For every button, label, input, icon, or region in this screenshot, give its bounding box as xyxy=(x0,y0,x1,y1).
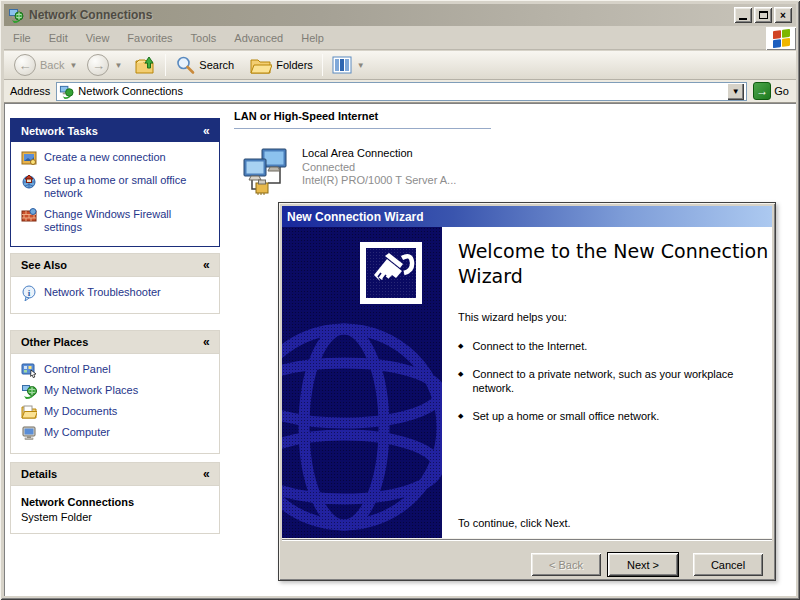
section-title: LAN or High-Speed Internet xyxy=(234,110,796,126)
task-label: Create a new connection xyxy=(44,150,166,166)
connection-name: Local Area Connection xyxy=(302,147,456,159)
task-create-connection[interactable]: Create a new connection xyxy=(21,150,211,166)
up-folder-icon xyxy=(134,54,156,76)
toolbar-separator xyxy=(322,54,323,76)
collapse-chevron-icon[interactable]: « xyxy=(203,335,209,349)
maximize-button[interactable] xyxy=(754,7,772,23)
link-my-computer[interactable]: My Computer xyxy=(21,425,211,441)
forward-button[interactable]: → ▼ xyxy=(83,52,126,78)
bullet-text: Connect to a private network, such as yo… xyxy=(472,367,758,395)
new-connection-wizard-dialog: New Connection Wizard xyxy=(278,202,776,581)
network-tasks-header[interactable]: Network Tasks « xyxy=(11,119,219,142)
minimize-button[interactable] xyxy=(734,7,752,23)
go-arrow-icon: → xyxy=(753,82,771,100)
link-label: Network Troubleshooter xyxy=(44,285,161,301)
menu-file[interactable]: File xyxy=(4,29,40,47)
see-also-title: See Also xyxy=(21,259,67,271)
other-places-panel: Other Places « Control Panel xyxy=(10,330,220,454)
network-tasks-title: Network Tasks xyxy=(21,125,98,137)
task-setup-home-network[interactable]: Set up a home or small office network xyxy=(21,173,211,200)
my-computer-icon xyxy=(21,425,37,441)
home-network-icon xyxy=(21,173,37,189)
menu-edit[interactable]: Edit xyxy=(40,29,77,47)
window-titlebar: Network Connections × xyxy=(4,4,796,26)
search-icon xyxy=(175,55,195,75)
views-button[interactable]: ▼ xyxy=(328,54,369,76)
connection-device: Intel(R) PRO/1000 T Server A... xyxy=(302,174,456,187)
network-tasks-panel: Network Tasks « Create a new connection xyxy=(10,118,220,247)
link-label: My Network Places xyxy=(44,383,138,399)
link-label: Control Panel xyxy=(44,362,111,378)
wizard-watermark-panel xyxy=(282,227,442,539)
address-location-icon xyxy=(59,84,74,99)
window-title: Network Connections xyxy=(29,8,734,22)
wizard-title: New Connection Wizard xyxy=(287,210,424,224)
back-icon: ← xyxy=(14,54,36,76)
wizard-bullet-item: ◆ Set up a home or small office network. xyxy=(458,409,758,423)
local-area-connection-item[interactable]: Local Area Connection Connected Intel(R)… xyxy=(242,147,492,197)
bullet-icon: ◆ xyxy=(458,367,463,395)
wizard-content: Welcome to the New Connection Wizard Thi… xyxy=(442,227,794,539)
windows-logo xyxy=(766,27,796,50)
forward-icon: → xyxy=(87,54,109,76)
link-label: My Computer xyxy=(44,425,110,441)
bullet-icon: ◆ xyxy=(458,339,463,353)
views-icon xyxy=(332,56,352,74)
my-documents-icon xyxy=(21,404,37,420)
globe-graphic xyxy=(282,299,442,539)
minimize-icon xyxy=(739,18,747,20)
back-wizard-button[interactable]: < Back xyxy=(531,553,601,576)
lan-section: LAN or High-Speed Internet Local Area C xyxy=(234,110,796,197)
up-button[interactable] xyxy=(130,52,160,78)
see-also-header[interactable]: See Also « xyxy=(11,254,219,277)
search-button[interactable]: Search xyxy=(171,53,238,77)
link-my-documents[interactable]: My Documents xyxy=(21,404,211,420)
back-button[interactable]: ← Back ▼ xyxy=(10,52,81,78)
views-dropdown-icon[interactable]: ▼ xyxy=(357,61,365,70)
wizard-intro: This wizard helps you: xyxy=(458,311,778,323)
folders-label: Folders xyxy=(276,59,313,71)
link-control-panel[interactable]: Control Panel xyxy=(21,362,211,378)
details-title: Details xyxy=(21,468,57,480)
address-input[interactable]: Network Connections ▼ xyxy=(56,82,747,101)
details-panel: Details « Network Connections System Fol… xyxy=(10,462,220,534)
close-button[interactable]: × xyxy=(774,7,792,23)
other-places-header[interactable]: Other Places « xyxy=(11,331,219,354)
toolbar: ← Back ▼ → ▼ Search xyxy=(4,51,796,80)
wizard-footer-note: To continue, click Next. xyxy=(458,517,571,529)
link-network-troubleshooter[interactable]: i Network Troubleshooter xyxy=(21,285,211,301)
menu-advanced[interactable]: Advanced xyxy=(225,29,292,47)
network-connections-window: Network Connections × File Edit View Fav… xyxy=(0,0,800,600)
next-button[interactable]: Next > xyxy=(607,552,679,577)
link-my-network-places[interactable]: My Network Places xyxy=(21,383,211,399)
cancel-button[interactable]: Cancel xyxy=(693,553,763,576)
forward-dropdown-icon[interactable]: ▼ xyxy=(114,61,122,70)
go-label: Go xyxy=(774,85,789,97)
address-value: Network Connections xyxy=(78,85,183,97)
other-places-title: Other Places xyxy=(21,336,88,348)
task-label: Set up a home or small office network xyxy=(44,173,211,200)
lan-connection-icon xyxy=(242,147,292,197)
windows-flag-icon xyxy=(773,28,790,47)
details-item-name: Network Connections xyxy=(21,496,209,508)
new-connection-icon xyxy=(21,150,37,166)
bullet-icon: ◆ xyxy=(458,409,463,423)
menu-view[interactable]: View xyxy=(77,29,119,47)
collapse-chevron-icon[interactable]: « xyxy=(203,467,209,481)
task-label: Change Windows Firewall settings xyxy=(44,207,211,234)
details-header[interactable]: Details « xyxy=(11,463,219,486)
menu-tools[interactable]: Tools xyxy=(182,29,226,47)
menu-bar: File Edit View Favorites Tools Advanced … xyxy=(4,27,796,50)
menu-help[interactable]: Help xyxy=(292,29,333,47)
back-dropdown-icon[interactable]: ▼ xyxy=(69,61,77,70)
folders-button[interactable]: Folders xyxy=(246,53,317,77)
wizard-titlebar[interactable]: New Connection Wizard xyxy=(282,206,772,227)
task-change-firewall[interactable]: Change Windows Firewall settings xyxy=(21,207,211,234)
collapse-chevron-icon[interactable]: « xyxy=(203,124,209,138)
menu-favorites[interactable]: Favorites xyxy=(118,29,181,47)
address-dropdown-icon[interactable]: ▼ xyxy=(727,83,744,100)
collapse-chevron-icon[interactable]: « xyxy=(203,258,209,272)
go-button[interactable]: → Go xyxy=(751,81,794,101)
bullet-text: Set up a home or small office network. xyxy=(472,409,659,423)
network-connections-icon xyxy=(8,7,24,23)
